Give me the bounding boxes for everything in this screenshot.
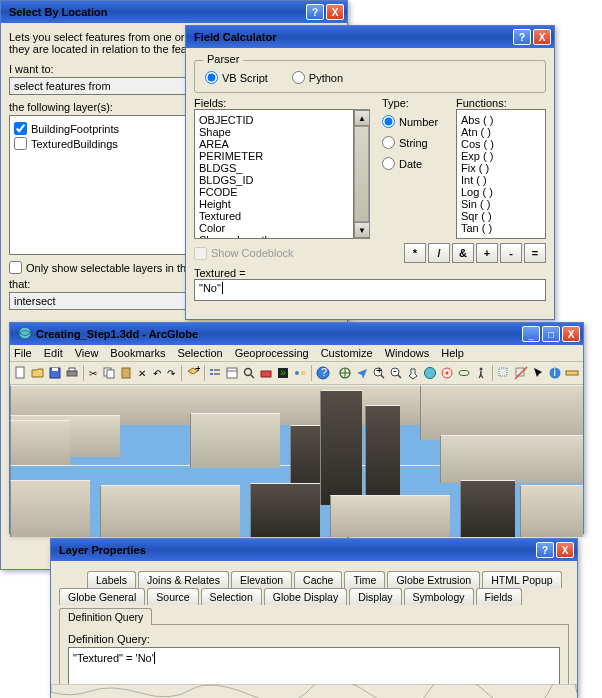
toolbar[interactable]: ✂ ✕ ↶ ↷ + » ? + - i [10, 362, 583, 385]
full-extent-icon[interactable] [422, 364, 438, 382]
scroll-up[interactable]: ▲ [354, 110, 370, 126]
op-button[interactable]: + [476, 243, 498, 263]
tab[interactable]: Globe General [59, 588, 145, 605]
function-item[interactable]: Abs ( ) [461, 114, 541, 126]
tab[interactable]: Time [344, 571, 385, 588]
tab[interactable]: Elevation [231, 571, 292, 588]
select-icon[interactable] [496, 364, 512, 382]
function-item[interactable]: Exp ( ) [461, 150, 541, 162]
op-button[interactable]: * [404, 243, 426, 263]
function-item[interactable]: Int ( ) [461, 174, 541, 186]
paste-icon[interactable] [118, 364, 134, 382]
function-item[interactable]: Sqr ( ) [461, 210, 541, 222]
open-icon[interactable] [30, 364, 46, 382]
field-item[interactable]: Color [199, 222, 349, 234]
menu-item[interactable]: Edit [44, 347, 63, 359]
layer-checkbox[interactable] [14, 137, 27, 150]
tab[interactable]: Display [349, 588, 401, 605]
field-item[interactable]: BLDGS_ [199, 162, 349, 174]
close-button[interactable]: X [326, 4, 344, 20]
walk-icon[interactable] [473, 364, 489, 382]
tab[interactable]: Source [147, 588, 198, 605]
toc-icon[interactable] [207, 364, 223, 382]
tab[interactable]: HTML Popup [482, 571, 561, 588]
field-item[interactable]: Textured [199, 210, 349, 222]
target-icon[interactable] [439, 364, 455, 382]
field-item[interactable]: BLDGS_ID [199, 174, 349, 186]
menu-item[interactable]: Selection [177, 347, 222, 359]
delete-icon[interactable]: ✕ [135, 364, 149, 382]
type-date[interactable]: Date [382, 157, 444, 170]
tab[interactable]: Joins & Relates [138, 571, 229, 588]
field-item[interactable]: FCODE [199, 186, 349, 198]
fields-list[interactable]: OBJECTIDShapeAREAPERIMETERBLDGS_BLDGS_ID… [194, 109, 354, 239]
field-item[interactable]: Shape [199, 126, 349, 138]
redo-icon[interactable]: ↷ [164, 364, 178, 382]
function-item[interactable]: Fix ( ) [461, 162, 541, 174]
field-item[interactable]: OBJECTID [199, 114, 349, 126]
orbit-icon[interactable] [456, 364, 472, 382]
tab[interactable]: Cache [294, 571, 342, 588]
new-icon[interactable] [13, 364, 29, 382]
measure-icon[interactable] [564, 364, 580, 382]
help-button[interactable]: ? [536, 542, 554, 558]
function-item[interactable]: Tan ( ) [461, 222, 541, 234]
tab[interactable]: Fields [476, 588, 522, 605]
scroll-down[interactable]: ▼ [354, 222, 370, 238]
add-data-icon[interactable]: + [185, 364, 201, 382]
field-item[interactable]: AREA [199, 138, 349, 150]
layer-checkbox[interactable] [14, 122, 27, 135]
globe-viewport[interactable] [10, 385, 583, 537]
help-button[interactable]: ? [513, 29, 531, 45]
catalog-icon[interactable] [224, 364, 240, 382]
expression-input[interactable]: "No" [194, 279, 546, 301]
navigate-icon[interactable] [337, 364, 353, 382]
zoom-in-icon[interactable]: + [371, 364, 387, 382]
type-string[interactable]: String [382, 136, 444, 149]
field-item[interactable]: PERIMETER [199, 150, 349, 162]
parser-vbscript[interactable]: VB Script [205, 71, 268, 84]
menu-item[interactable]: View [75, 347, 99, 359]
tab[interactable]: Globe Extrusion [387, 571, 480, 588]
toolbox-icon[interactable] [258, 364, 274, 382]
tab[interactable]: Definition Query [59, 608, 152, 625]
identify-icon[interactable]: i [547, 364, 563, 382]
function-item[interactable]: Cos ( ) [461, 138, 541, 150]
menu-item[interactable]: Geoprocessing [235, 347, 309, 359]
field-item[interactable]: Height [199, 198, 349, 210]
fly-icon[interactable] [354, 364, 370, 382]
tab[interactable]: Selection [201, 588, 262, 605]
tab[interactable]: Labels [87, 571, 136, 588]
function-item[interactable]: Log ( ) [461, 186, 541, 198]
close-button[interactable]: X [562, 326, 580, 342]
help-button[interactable]: ? [306, 4, 324, 20]
maximize-button[interactable]: □ [542, 326, 560, 342]
function-item[interactable]: Sin ( ) [461, 198, 541, 210]
function-item[interactable]: Atn ( ) [461, 126, 541, 138]
tab[interactable]: Globe Display [264, 588, 347, 605]
scroll-thumb[interactable] [354, 126, 369, 222]
model-icon[interactable] [292, 364, 308, 382]
op-button[interactable]: - [500, 243, 522, 263]
type-number[interactable]: Number [382, 115, 444, 128]
menu-item[interactable]: Customize [321, 347, 373, 359]
menu-item[interactable]: Windows [385, 347, 430, 359]
python-icon[interactable]: » [275, 364, 291, 382]
cut-icon[interactable]: ✂ [87, 364, 101, 382]
minimize-button[interactable]: _ [522, 326, 540, 342]
zoom-out-icon[interactable]: - [388, 364, 404, 382]
menu-item[interactable]: Bookmarks [110, 347, 165, 359]
op-button[interactable]: / [428, 243, 450, 263]
menu-item[interactable]: File [14, 347, 32, 359]
tab[interactable]: Symbology [404, 588, 474, 605]
pointer-icon[interactable] [530, 364, 546, 382]
field-item[interactable]: Shape_Length [199, 234, 349, 239]
print-icon[interactable] [64, 364, 80, 382]
copy-icon[interactable] [101, 364, 117, 382]
close-button[interactable]: X [533, 29, 551, 45]
close-button[interactable]: X [556, 542, 574, 558]
clear-select-icon[interactable] [513, 364, 529, 382]
only-selectable-checkbox[interactable] [9, 261, 22, 274]
search-icon[interactable] [241, 364, 257, 382]
save-icon[interactable] [47, 364, 63, 382]
